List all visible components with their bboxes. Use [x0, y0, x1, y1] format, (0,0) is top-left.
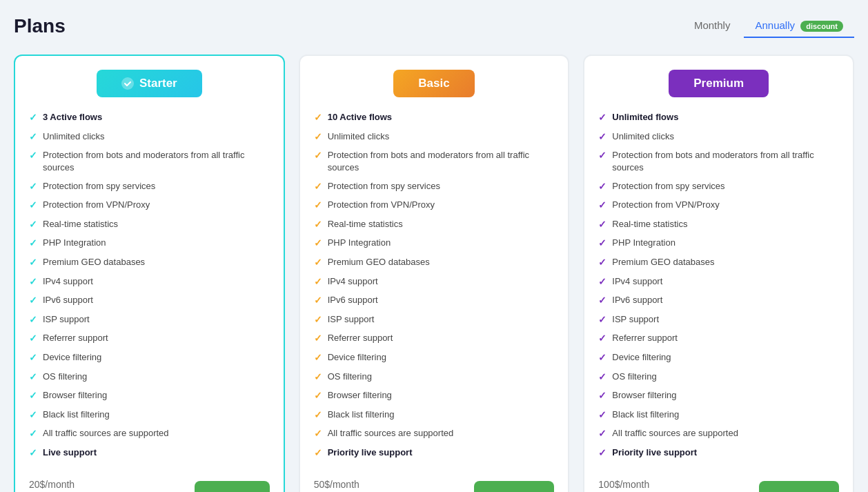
feature-text: Priority live support [328, 446, 413, 459]
feature-text: PHP Integration [43, 237, 106, 249]
feature-item: ✓ ISP support [29, 313, 270, 327]
check-icon: ✓ [598, 351, 606, 365]
check-icon: ✓ [598, 313, 606, 327]
feature-item: ✓ Referrer support [29, 332, 270, 346]
check-icon: ✓ [314, 446, 322, 460]
check-icon: ✓ [598, 409, 606, 422]
feature-item: ✓ Protection from VPN/Proxy [29, 199, 270, 213]
feature-item: ✓ Premium GEO databases [29, 256, 270, 270]
feature-list-basic: ✓ 10 Active flows ✓ Unlimited clicks ✓ P… [314, 111, 555, 465]
check-icon: ✓ [29, 199, 37, 213]
feature-text: IPv4 support [612, 275, 662, 288]
check-icon: ✓ [314, 111, 322, 125]
feature-text: Premium GEO databases [43, 256, 145, 268]
check-icon: ✓ [29, 294, 37, 308]
annually-tab[interactable]: Annually discount [744, 14, 854, 38]
check-icon: ✓ [29, 313, 37, 327]
check-icon: ✓ [598, 237, 606, 250]
feature-text: Unlimited clicks [612, 130, 674, 143]
feature-item: ✓ IPv6 support [29, 294, 270, 308]
feature-item: ✓ Protection from bots and moderators fr… [29, 149, 270, 174]
feature-item: ✓ All traffic sources are supported [598, 427, 839, 441]
check-icon: ✓ [598, 294, 606, 308]
feature-text: IPv6 support [612, 294, 662, 306]
plan-footer: 50$/month 600$/year Select [314, 479, 555, 492]
feature-text: Real-time statistics [612, 218, 687, 230]
check-icon: ✓ [598, 427, 606, 441]
feature-item: ✓ Protection from VPN/Proxy [598, 199, 839, 213]
check-icon: ✓ [314, 294, 322, 308]
feature-text: OS filtering [328, 371, 372, 383]
plan-header: Premium [598, 70, 839, 97]
check-icon: ✓ [598, 130, 606, 144]
check-icon: ✓ [314, 389, 322, 403]
check-icon: ✓ [29, 409, 37, 422]
feature-item: ✓ Device filtering [314, 351, 555, 365]
feature-item: ✓ Protection from spy services [598, 180, 839, 194]
feature-item: ✓ PHP Integration [598, 237, 839, 250]
feature-list-starter: ✓ 3 Active flows ✓ Unlimited clicks ✓ Pr… [29, 111, 270, 465]
check-icon: ✓ [29, 446, 37, 460]
feature-item: ✓ PHP Integration [314, 237, 555, 250]
feature-item: ✓ IPv4 support [29, 275, 270, 289]
check-icon: ✓ [29, 275, 37, 289]
monthly-tab[interactable]: Monthly [683, 14, 742, 38]
feature-item: ✓ Black list filtering [598, 409, 839, 422]
renew-button-starter[interactable]: Renew [195, 481, 269, 492]
feature-item: ✓ ISP support [314, 313, 555, 327]
feature-text: Premium GEO databases [328, 256, 430, 268]
feature-text: Browser filtering [612, 389, 676, 402]
feature-text: Unlimited clicks [328, 130, 390, 143]
feature-item: ✓ Unlimited clicks [29, 130, 270, 144]
feature-item: ✓ OS filtering [314, 371, 555, 384]
feature-item: ✓ PHP Integration [29, 237, 270, 250]
feature-text: Device filtering [612, 351, 671, 364]
feature-text: Real-time statistics [328, 218, 403, 230]
check-icon: ✓ [598, 256, 606, 270]
plan-header: Basic [314, 70, 555, 97]
check-icon: ✓ [598, 371, 606, 384]
feature-item: ✓ 10 Active flows [314, 111, 555, 125]
feature-item: ✓ Referrer support [314, 332, 555, 346]
feature-text: All traffic sources are supported [612, 427, 738, 440]
feature-item: ✓ Priority live support [598, 446, 839, 460]
feature-item: ✓ Real-time statistics [314, 218, 555, 232]
check-icon: ✓ [314, 427, 322, 441]
feature-text: Protection from VPN/Proxy [328, 199, 435, 211]
feature-text: 3 Active flows [43, 111, 102, 124]
feature-text: Protection from VPN/Proxy [612, 199, 719, 211]
feature-item: ✓ All traffic sources are supported [314, 427, 555, 441]
feature-text: Black list filtering [328, 409, 395, 421]
check-icon: ✓ [29, 427, 37, 441]
feature-list-premium: ✓ Unlimited flows ✓ Unlimited clicks ✓ P… [598, 111, 839, 465]
billing-toggle: Monthly Annually discount [683, 14, 854, 38]
select-button-basic[interactable]: Select [474, 481, 554, 492]
feature-item: ✓ Black list filtering [29, 409, 270, 422]
feature-text: ISP support [328, 313, 375, 326]
select-button-premium[interactable]: Select [759, 481, 839, 492]
feature-text: Browser filtering [43, 389, 107, 402]
feature-item: ✓ Browser filtering [598, 389, 839, 403]
feature-item: ✓ OS filtering [29, 371, 270, 384]
feature-text: Device filtering [328, 351, 386, 364]
feature-item: ✓ Unlimited clicks [598, 130, 839, 144]
feature-item: ✓ Priority live support [314, 446, 555, 460]
plan-badge-basic: Basic [393, 70, 474, 97]
check-icon: ✓ [314, 199, 322, 213]
feature-item: ✓ Protection from bots and moderators fr… [598, 149, 839, 174]
feature-item: ✓ Real-time statistics [598, 218, 839, 232]
feature-item: ✓ Premium GEO databases [598, 256, 839, 270]
feature-item: ✓ Black list filtering [314, 409, 555, 422]
page-header: Plans Monthly Annually discount [14, 14, 854, 38]
feature-item: ✓ Unlimited flows [598, 111, 839, 125]
feature-text: Protection from bots and moderators from… [43, 149, 270, 174]
feature-item: ✓ Referrer support [598, 332, 839, 346]
feature-item: ✓ IPv4 support [598, 275, 839, 289]
feature-item: ✓ 3 Active flows [29, 111, 270, 125]
check-icon: ✓ [314, 180, 322, 194]
check-icon: ✓ [598, 180, 606, 194]
feature-item: ✓ OS filtering [598, 371, 839, 384]
check-icon: ✓ [314, 130, 322, 144]
price-monthly: 100$/month [598, 479, 672, 490]
feature-text: Live support [43, 446, 97, 459]
